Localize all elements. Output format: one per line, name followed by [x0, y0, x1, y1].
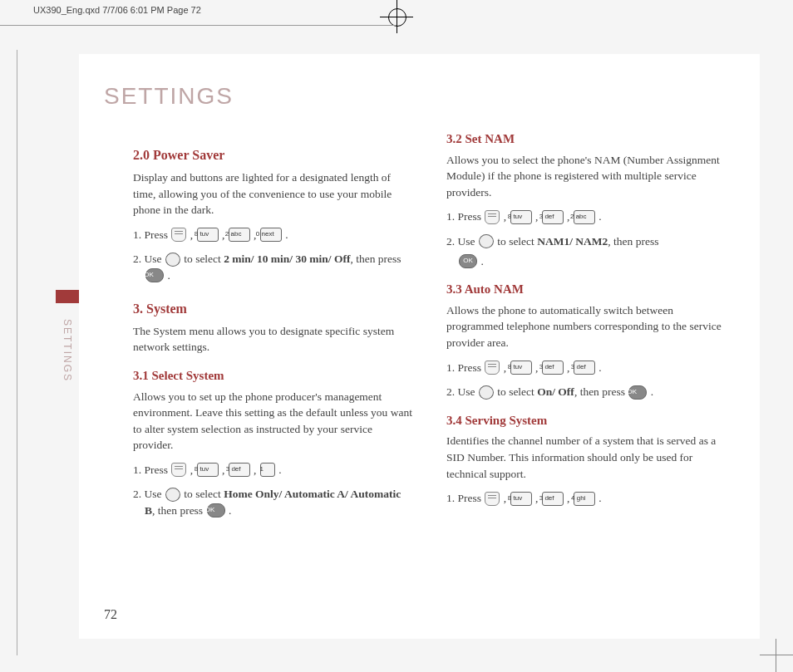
step-3-1-1: 1. Press , 8 tuv , 3 def , 1 . [133, 462, 413, 478]
heading-3: 3. System [133, 299, 413, 318]
page-body: SETTINGS SETTINGS 2.0 Power Saver Displa… [79, 54, 760, 639]
key-3-icon: 3 def [229, 463, 250, 477]
step-text: , then press [152, 504, 206, 517]
menu-key-icon [485, 361, 500, 375]
heading-3-1: 3.1 Select System [133, 367, 413, 385]
step-options: On/ Off [537, 385, 574, 398]
crop-circle-icon [388, 8, 406, 27]
step-text: to select [184, 488, 224, 500]
top-rule [0, 25, 396, 26]
para-3-1: Allows you to set up the phone producer'… [133, 389, 413, 454]
menu-key-icon [171, 228, 186, 242]
key-3-icon: 3 def [542, 210, 564, 224]
para-2-0: Display and buttons are lighted for a de… [133, 169, 413, 218]
document-header: UX390_Eng.qxd 7/7/06 6:01 PM Page 72 [33, 5, 201, 15]
nav-key-icon [479, 234, 494, 248]
step-options: 2 min/ 10 min/ 30 min/ Off [224, 253, 350, 265]
step-3-2-1: 1. Press , 8 tuv , 3 def , 2 abc . [446, 208, 727, 225]
para-3-2: Allows you to select the phone's NAM (Nu… [446, 152, 727, 201]
nav-key-icon [165, 488, 180, 502]
key-2-icon: 2 abc [574, 210, 595, 224]
step-text: 1. Press [133, 228, 170, 241]
side-tab-label: SETTINGS [62, 309, 73, 392]
key-8-icon: 8 tuv [197, 228, 219, 242]
step-3-3-1: 1. Press , 8 tuv , 3 def , 3 def . [446, 360, 727, 376]
step-text: , then press [351, 253, 401, 265]
nav-key-icon [165, 253, 180, 267]
step-text: 1. Press [446, 210, 484, 223]
page-number: 72 [104, 607, 117, 622]
step-text: 2. Use [133, 253, 165, 265]
step-text: 2. Use [446, 235, 478, 248]
crop-mark-top [380, 0, 413, 33]
heading-3-4: 3.4 Serving System [446, 412, 727, 430]
key-2-icon: 2 abc [229, 228, 250, 242]
crop-mark-bottom-right [760, 639, 793, 672]
key-8-icon: 8 tuv [197, 463, 219, 477]
ok-key-icon: OK [207, 503, 225, 517]
para-3-4: Identifies the channel number of a syste… [446, 433, 727, 482]
step-text: , then press [574, 385, 628, 398]
step-text: to select [497, 235, 537, 248]
ok-key-icon: OK [628, 385, 647, 400]
content-columns: 2.0 Power Saver Display and buttons are … [79, 130, 760, 527]
step-text: 2. Use [446, 385, 478, 398]
step-options: NAM1/ NAM2 [537, 235, 608, 248]
nav-key-icon [479, 385, 494, 400]
heading-2-0: 2.0 Power Saver [133, 145, 413, 164]
step-2-0-1: 1. Press , 8 tuv , 2 abc , 0 next . [133, 227, 413, 243]
step-text: to select [497, 385, 537, 398]
menu-key-icon [485, 492, 500, 506]
heading-3-3: 3.3 Auto NAM [446, 281, 727, 299]
key-3-icon: 3 def [542, 361, 564, 375]
column-right: 3.2 Set NAM Allows you to select the pho… [446, 130, 727, 527]
step-text: 1. Press [133, 464, 170, 476]
page-title: SETTINGS [104, 83, 760, 110]
ok-key-icon: OK [459, 254, 477, 268]
key-1-icon: 1 [260, 463, 275, 477]
step-3-1-2: 2. Use to select Home Only/ Automatic A/… [133, 486, 413, 518]
key-8-icon: 8 tuv [510, 492, 532, 506]
step-text: , then press [608, 235, 658, 248]
step-text: 2. Use [133, 488, 165, 500]
ok-key-icon: OK [145, 268, 164, 282]
menu-key-icon [485, 210, 500, 224]
heading-3-2: 3.2 Set NAM [446, 130, 727, 149]
side-tab-anchor [56, 290, 79, 303]
key-4-icon: 4 ghi [574, 492, 595, 506]
key-8-icon: 8 tuv [510, 210, 532, 224]
key-3-icon: 3 def [574, 361, 595, 375]
menu-key-icon [171, 463, 186, 477]
key-0-icon: 0 next [260, 228, 282, 242]
step-3-4-1: 1. Press , 8 tuv , 3 def , 4 ghi . [446, 490, 727, 507]
step-3-3-2: 2. Use to select On/ Off, then press OK … [446, 384, 727, 400]
key-3-icon: 3 def [542, 492, 564, 506]
step-text: 1. Press [446, 361, 484, 374]
step-3-2-2-cont: OK . [446, 253, 727, 270]
para-3-3: Allows the phone to automatically switch… [446, 302, 727, 351]
step-3-2-2: 2. Use to select NAM1/ NAM2, then press [446, 233, 727, 250]
para-3: The System menu allows you to designate … [133, 323, 413, 356]
side-tab: SETTINGS [56, 303, 79, 419]
key-8-icon: 8 tuv [510, 361, 532, 375]
step-text: 1. Press [446, 492, 484, 504]
column-left: 2.0 Power Saver Display and buttons are … [133, 130, 413, 527]
step-2-0-2: 2. Use to select 2 min/ 10 min/ 30 min/ … [133, 251, 413, 283]
step-text: to select [184, 253, 224, 265]
